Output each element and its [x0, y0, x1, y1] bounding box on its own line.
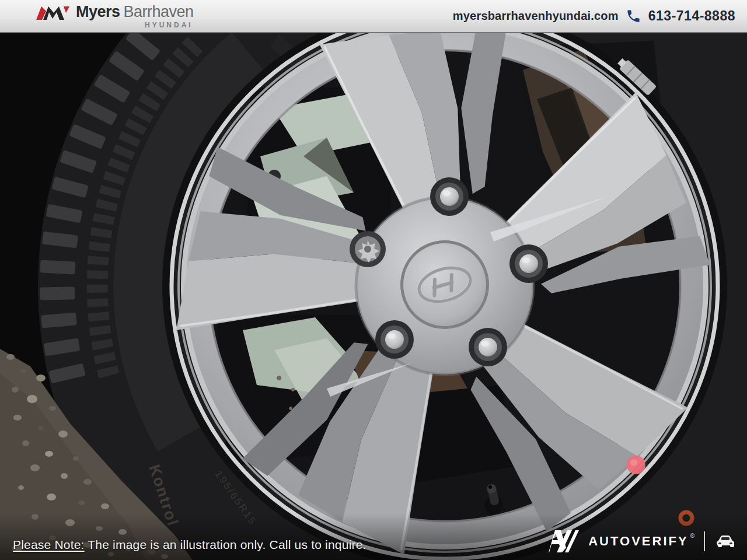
- lug-nut: [469, 328, 507, 366]
- lug-nut: [430, 177, 469, 216]
- dealer-name-regular: Barrhaven: [124, 3, 194, 20]
- registered-mark: ®: [690, 533, 694, 539]
- autoverify-logo-icon: [543, 530, 579, 552]
- vehicle-listing-image: MyersBarrhaven HYUNDAI myersbarrhavenhyu…: [0, 0, 747, 560]
- pink-dot-marker: [627, 456, 645, 474]
- myers-logo-icon: [36, 4, 70, 22]
- dealer-header-bar: MyersBarrhaven HYUNDAI myersbarrhavenhyu…: [0, 0, 747, 33]
- autoverify-badge: AUTOVERIFY ®: [543, 528, 736, 554]
- lug-nut: [509, 244, 548, 283]
- lug-nut: [375, 320, 414, 359]
- wheel-photo: Kontrol 195/65R15: [0, 0, 747, 560]
- badge-divider: [704, 531, 705, 551]
- disclaimer-label: Please Note:: [13, 538, 85, 551]
- dealer-name: MyersBarrhaven: [76, 4, 194, 20]
- autoverify-text: AUTOVERIFY: [588, 534, 688, 549]
- disclaimer-text: The image is an illustration only. Call …: [88, 538, 366, 551]
- center-cap: [400, 240, 489, 329]
- dealer-name-bold: Myers: [76, 3, 120, 20]
- phone-icon: [626, 8, 641, 24]
- car-icon: [714, 534, 736, 549]
- disclaimer-note: Please Note: The image is an illustratio…: [13, 538, 366, 552]
- dealer-logo: MyersBarrhaven HYUNDAI: [36, 4, 194, 29]
- dealer-phone: 613-714-8888: [648, 8, 735, 24]
- dealer-brand: HYUNDAI: [145, 22, 194, 29]
- dealer-contact: myersbarrhavenhyundai.com 613-714-8888: [453, 8, 735, 24]
- dealer-website: myersbarrhavenhyundai.com: [453, 9, 619, 23]
- alloy-wheel: [166, 8, 723, 560]
- autoverify-wordmark: AUTOVERIFY ®: [588, 534, 694, 549]
- wheel-lock-nut: [350, 231, 386, 267]
